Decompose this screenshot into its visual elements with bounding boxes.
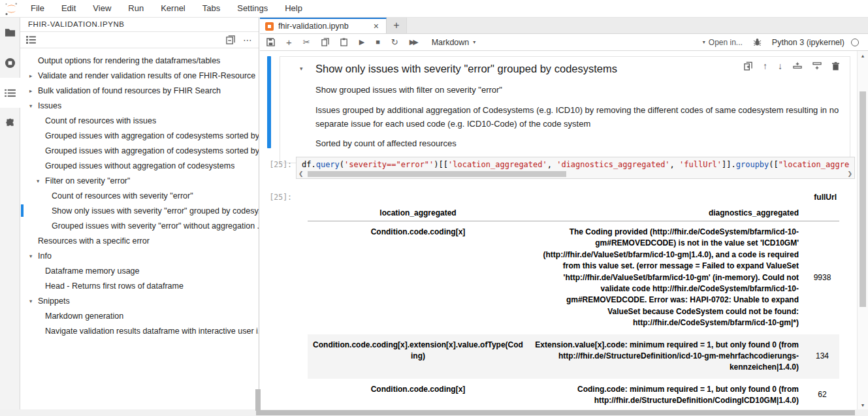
caret-down-icon[interactable]: ▾ — [29, 253, 38, 259]
insert-cell-below-icon[interactable] — [812, 62, 822, 71]
insert-cell-above-icon[interactable] — [793, 62, 802, 71]
scroll-left-icon[interactable]: ❮ — [298, 171, 304, 177]
running-kernels-icon[interactable] — [0, 48, 20, 78]
code-token: ]]. — [722, 160, 736, 169]
new-tab-button[interactable]: + — [387, 18, 407, 33]
toc-item[interactable]: Markdown generation — [20, 308, 259, 323]
index-header-location: location_aggregated — [308, 205, 528, 221]
collapse-all-icon[interactable] — [226, 35, 235, 44]
column-header-fullurl: fullUrl — [805, 189, 839, 205]
toc-item-label: Bulk validation of found resources by FH… — [38, 86, 221, 95]
toc-item[interactable]: Resources with a specific error — [20, 233, 259, 248]
insert-cell-icon[interactable]: + — [286, 37, 292, 47]
cell-collapser-bar[interactable] — [267, 56, 271, 148]
heading-collapse-icon[interactable]: ▾ — [300, 65, 303, 72]
table-of-contents-icon[interactable] — [0, 78, 20, 108]
caret-right-icon[interactable]: ▸ — [29, 72, 38, 79]
duplicate-cell-icon[interactable] — [744, 61, 752, 71]
run-cell-icon[interactable]: ▶ — [359, 39, 364, 46]
toc-item-label: Grouped issues with aggregation of codes… — [45, 131, 259, 140]
more-options-icon[interactable]: ⋯ — [243, 35, 253, 45]
code-horizontal-scrollbar[interactable]: ❮ ❯ — [297, 170, 854, 178]
caret-down-icon[interactable]: ▾ — [29, 298, 38, 304]
toc-item[interactable]: ▾Filter on severity "error" — [20, 173, 259, 188]
menu-edit[interactable]: Edit — [53, 0, 84, 17]
file-browser-icon[interactable] — [0, 18, 20, 48]
code-cell[interactable]: [25]: df.query('severity=="error"')[['lo… — [267, 157, 850, 179]
stop-kernel-icon[interactable]: ■ — [376, 39, 380, 46]
move-cell-up-icon[interactable]: ↑ — [763, 61, 767, 71]
toc-item[interactable]: Head - Returns first rows of dataframe — [20, 278, 259, 293]
toc-item[interactable]: ▾Info — [20, 248, 259, 263]
code-token: 'fullUrl' — [679, 160, 722, 169]
toc-item[interactable]: Output options for rendering the datafra… — [20, 53, 259, 68]
paste-cells-icon[interactable] — [340, 38, 348, 46]
menu-tabs[interactable]: Tabs — [194, 0, 229, 17]
horizontal-scrollbar[interactable] — [0, 409, 868, 416]
code-editor[interactable]: df.query('severity=="error"')[['location… — [296, 157, 855, 179]
notebook-tab[interactable]: fhir-validation.ipynb × — [260, 18, 387, 33]
blank-header — [805, 205, 839, 221]
markdown-paragraph: Show grouped issues with filter on sever… — [315, 84, 841, 97]
toc-item[interactable]: Count of resources with severity "error" — [20, 188, 259, 203]
toc-item[interactable]: ▾Snippets — [20, 293, 259, 308]
horizontal-scroll-thumb[interactable] — [256, 410, 855, 415]
menu-settings[interactable]: Settings — [229, 0, 276, 17]
copy-cells-icon[interactable] — [321, 38, 329, 46]
scroll-down-icon[interactable]: ▼ — [861, 400, 865, 409]
toc-item-label: Grouped issues with aggregation of codes… — [45, 146, 259, 155]
menu-kernel[interactable]: Kernel — [152, 0, 194, 17]
tab-close-icon[interactable]: × — [372, 21, 381, 31]
notebook-content: ▾ Show only issues with severity "error"… — [260, 51, 857, 409]
restart-run-all-icon[interactable]: ▶▶ — [410, 39, 417, 46]
cell-type-dropdown[interactable]: Markdown ▾ — [432, 38, 476, 47]
main-area: fhir-validation.ipynb × + + ✂ ▶ ■ ↻ ▶▶ M… — [260, 18, 868, 416]
menu-help[interactable]: Help — [276, 0, 311, 17]
open-in-dropdown[interactable]: ▾ Open in... — [703, 38, 743, 47]
tab-label: fhir-validation.ipynb — [278, 22, 372, 31]
toc-item[interactable]: Show only issues with severity "error" g… — [20, 203, 259, 218]
vertical-scroll-track[interactable] — [858, 60, 868, 400]
code-token: )[[ — [434, 160, 448, 169]
index-header-diagnostics: diagnostics_aggregated — [528, 205, 805, 221]
restart-kernel-icon[interactable]: ↻ — [391, 38, 398, 46]
caret-down-icon[interactable]: ▾ — [29, 103, 38, 109]
toc-item[interactable]: Grouped issues with aggregation of codes… — [20, 143, 259, 158]
toc-item[interactable]: ▸Bulk validation of found resources by F… — [20, 83, 259, 98]
toc-item[interactable]: ▾Issues — [20, 98, 259, 113]
vertical-scroll-thumb[interactable] — [860, 91, 866, 307]
toc-item-label: Navigate validation results dataframe wi… — [45, 327, 259, 336]
scroll-up-icon[interactable]: ▲ — [861, 51, 865, 60]
numbered-list-icon[interactable] — [26, 36, 36, 44]
jupyter-logo — [0, 2, 22, 16]
scroll-right-icon[interactable]: ❯ — [848, 171, 853, 177]
toc-item[interactable]: Grouped issues with aggregation of codes… — [20, 128, 259, 143]
caret-right-icon[interactable]: ▸ — [29, 88, 38, 94]
extension-manager-icon[interactable] — [0, 108, 20, 138]
scroll-track[interactable] — [306, 171, 845, 177]
toc-item[interactable]: ▸Validate and render validation results … — [20, 68, 259, 83]
toc-item[interactable]: Grouped issues without aggregation of co… — [20, 158, 259, 173]
kernel-name[interactable]: Python 3 (ipykernel) — [772, 38, 844, 47]
toc-item[interactable]: Navigate validation results dataframe wi… — [20, 323, 259, 338]
tab-bar: fhir-validation.ipynb × + — [260, 18, 868, 34]
toc-item[interactable]: Count of resources with issues — [20, 113, 259, 128]
debugger-bug-icon[interactable] — [753, 38, 762, 46]
menu-run[interactable]: Run — [120, 0, 152, 17]
cut-cells-icon[interactable]: ✂ — [303, 38, 310, 46]
toc-item[interactable]: Dataframe memory usage — [20, 263, 259, 278]
menu-file[interactable]: File — [22, 0, 53, 17]
code-token: . — [311, 160, 315, 169]
caret-down-icon[interactable]: ▾ — [37, 178, 45, 184]
scroll-thumb[interactable] — [308, 171, 566, 177]
toc-item[interactable]: Grouped issues with severity "error" wit… — [20, 218, 259, 233]
markdown-cell[interactable]: ▾ Show only issues with severity "error"… — [267, 56, 850, 163]
vertical-scrollbar[interactable]: ▲ ▼ — [857, 51, 868, 409]
save-icon[interactable] — [266, 38, 275, 46]
code-token: df — [302, 160, 311, 169]
delete-cell-icon[interactable] — [832, 62, 839, 71]
kernel-status-icon[interactable] — [851, 39, 859, 46]
move-cell-down-icon[interactable]: ↓ — [778, 61, 782, 71]
menu-view[interactable]: View — [84, 0, 120, 17]
markdown-paragraph: Issues grouped by additional aggregation… — [315, 104, 841, 131]
